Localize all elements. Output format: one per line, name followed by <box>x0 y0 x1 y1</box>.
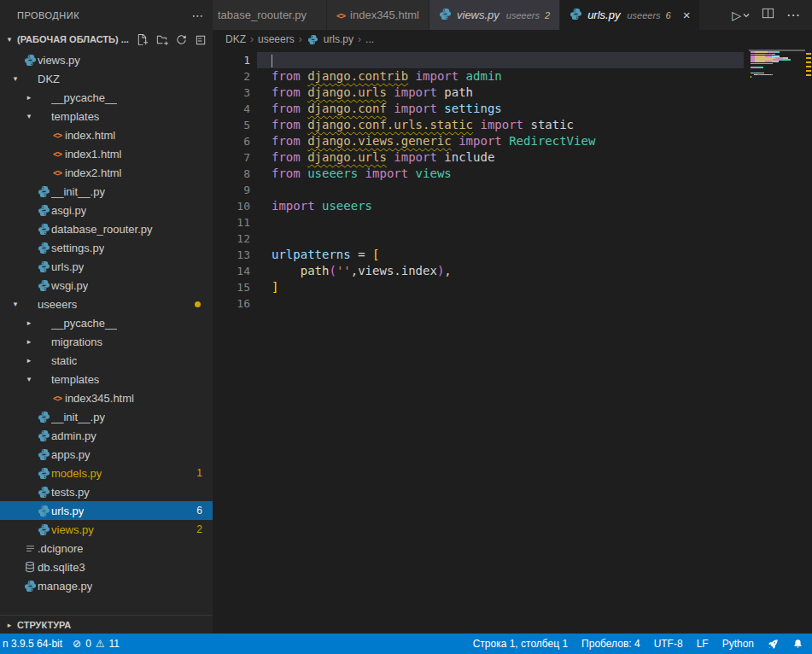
split-editor-button[interactable] <box>762 7 774 23</box>
code-text: from django.contrib import admin <box>272 68 502 85</box>
line-number: 11 <box>213 214 250 231</box>
explorer-more-icon[interactable]: ⋯ <box>192 9 205 22</box>
tree-item-views-py[interactable]: views.py <box>0 50 213 69</box>
tree-item-urls-py[interactable]: urls.py <box>0 257 213 276</box>
code-line[interactable]: 12 <box>213 231 744 247</box>
code-text: from django.conf import settings <box>272 101 502 117</box>
code-line[interactable]: 9 <box>213 182 744 198</box>
tree-item-admin-py[interactable]: admin.py <box>0 426 213 445</box>
editor-more-icon[interactable]: ⋯ <box>786 7 800 23</box>
code-line[interactable]: 4from django.conf import settings <box>213 101 744 117</box>
code-line[interactable]: 6from django.views.generic import Redire… <box>213 133 744 149</box>
new-folder-button[interactable] <box>155 33 168 46</box>
chevron-right-icon: ▸ <box>3 621 15 629</box>
code-line[interactable]: 3from django.urls import path <box>213 85 744 101</box>
tree-item-tests-py[interactable]: tests.py <box>0 482 213 501</box>
tree-item-templates[interactable]: ▾templates <box>0 370 213 388</box>
breadcrumb-item-urls[interactable]: urls.py <box>324 33 353 45</box>
tree-item-init-py[interactable]: __init__.py <box>0 182 213 201</box>
python-icon <box>36 523 51 536</box>
chevron-down-icon <box>743 12 750 19</box>
python-icon <box>36 467 51 480</box>
code-line[interactable]: 1 <box>213 52 744 68</box>
tree-item-settings-py[interactable]: settings.py <box>0 238 213 257</box>
collapse-all-button[interactable] <box>195 33 207 46</box>
tree-item-dkz[interactable]: ▾DKZ <box>0 69 213 88</box>
code-line[interactable]: 13urlpatterns = [ <box>213 247 744 263</box>
tree-item-database-roouter-py[interactable]: database_roouter.py <box>0 219 213 238</box>
file-icon <box>22 543 38 554</box>
new-file-button[interactable] <box>136 33 149 46</box>
notifications-bell-icon[interactable] <box>792 639 803 650</box>
tree-item-pycache[interactable]: ▸__pycache__ <box>0 313 213 332</box>
code-line[interactable]: 2from django.contrib import admin <box>213 68 744 85</box>
tab-urls[interactable]: urls.py useeers 6 × <box>560 0 700 30</box>
tree-item-templates[interactable]: ▾templates <box>0 107 213 126</box>
indentation-status[interactable]: Пробелов: 4 <box>581 638 640 650</box>
breadcrumb-item-dkz[interactable]: DKZ <box>225 33 246 45</box>
line-number: 1 <box>213 52 250 68</box>
tab-label: index345.html <box>350 9 419 21</box>
refresh-button[interactable] <box>175 33 188 46</box>
line-number: 15 <box>213 279 250 295</box>
python-icon <box>36 242 51 254</box>
tab-label: urls.py <box>587 9 620 21</box>
workspace-section-header[interactable]: ▾ (РАБОЧАЯ ОБЛАСТЬ) ... <box>0 30 213 49</box>
tree-item-index345-html[interactable]: <>index345.html <box>0 388 213 407</box>
tree-item-init-py[interactable]: __init__.py <box>0 407 213 426</box>
code-line[interactable]: 14 path('',views.index), <box>213 263 744 279</box>
python-icon <box>439 8 452 23</box>
tree-item-index-html[interactable]: <>index.html <box>0 126 213 144</box>
tree-item-index1-html[interactable]: <>index1.html <box>0 144 213 163</box>
breadcrumb-item-symbol[interactable]: ... <box>365 33 374 45</box>
tree-item-label: urls.py <box>51 260 84 273</box>
close-icon[interactable]: × <box>683 9 691 21</box>
code-editor[interactable]: 12from django.contrib import admin3from … <box>213 49 812 634</box>
tree-item-label: asgi.py <box>51 204 86 217</box>
breadcrumb-item-useeers[interactable]: useeers <box>258 33 295 45</box>
status-left: n 3.9.5 64-bit ⊘ 0 ⚠ 11 <box>3 638 120 650</box>
code-line[interactable]: 15] <box>213 279 744 295</box>
explorer-actions <box>136 33 207 46</box>
minimap[interactable] <box>749 50 805 79</box>
line-number: 12 <box>213 231 250 247</box>
line-number: 13 <box>213 247 250 263</box>
tree-item-urls-py[interactable]: urls.py6 <box>0 501 213 520</box>
tree-item-apps-py[interactable]: apps.py <box>0 445 213 464</box>
cursor-position-status[interactable]: Строка 1, столбец 1 <box>473 638 568 650</box>
chevron-right-icon: ▸ <box>22 318 36 327</box>
code-line[interactable]: 8from useeers import views <box>213 166 744 182</box>
tree-item-migrations[interactable]: ▸migrations <box>0 332 213 351</box>
tree-item-useeers[interactable]: ▾useeers <box>0 295 213 313</box>
eol-status[interactable]: LF <box>697 638 709 650</box>
code-line[interactable]: 5from django.conf.urls.static import sta… <box>213 117 744 133</box>
rocket-icon[interactable] <box>768 639 779 650</box>
language-mode-status[interactable]: Python <box>722 638 754 650</box>
tree-item-db-sqlite3[interactable]: db.sqlite3 <box>0 558 213 576</box>
tree-item-wsgi-py[interactable]: wsgi.py <box>0 276 213 295</box>
code-line[interactable]: 16 <box>213 295 744 312</box>
explorer-panel-header: ПРОВОДНИК ⋯ <box>0 0 213 30</box>
tab-database-roouter[interactable]: tabase_roouter.py <box>213 0 327 30</box>
tree-item-asgi-py[interactable]: asgi.py <box>0 201 213 219</box>
tree-item-static[interactable]: ▸static <box>0 351 213 370</box>
python-interpreter-status[interactable]: n 3.9.5 64-bit <box>3 638 62 650</box>
tree-item-label: manage.py <box>38 580 92 593</box>
run-python-file-button[interactable]: ▷ <box>732 9 750 22</box>
code-line[interactable]: 11 <box>213 214 744 231</box>
python-icon <box>22 580 38 593</box>
tree-item-views-py[interactable]: views.py2 <box>0 520 213 539</box>
tab-index345[interactable]: <> index345.html <box>327 0 429 30</box>
tree-item-manage-py[interactable]: manage.py <box>0 576 213 595</box>
outline-section-header[interactable]: ▸ СТРУКТУРА <box>0 615 213 634</box>
tree-item-index2-html[interactable]: <>index2.html <box>0 163 213 182</box>
code-line[interactable]: 7from django.urls import include <box>213 149 744 166</box>
code-line[interactable]: 10import useeers <box>213 198 744 214</box>
tree-item-pycache[interactable]: ▸__pycache__ <box>0 88 213 107</box>
tab-views[interactable]: views.py useeers 2 <box>429 0 560 30</box>
problems-status[interactable]: ⊘ 0 ⚠ 11 <box>73 638 120 650</box>
warning-tick <box>806 61 811 63</box>
encoding-status[interactable]: UTF-8 <box>654 638 683 650</box>
tree-item-models-py[interactable]: models.py1 <box>0 464 213 482</box>
tree-item-dcignore[interactable]: .dcignore <box>0 539 213 558</box>
